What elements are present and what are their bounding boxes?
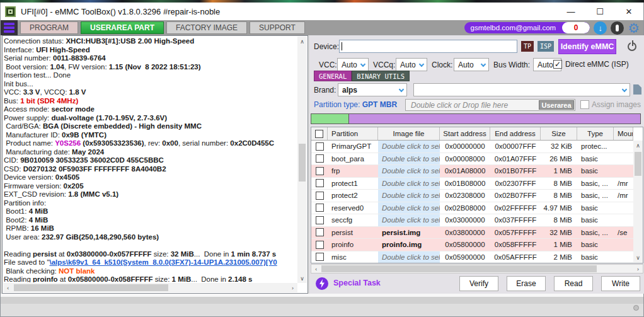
log-horizontal-scrollbar[interactable]: ‹ › [3,283,297,292]
isp-button[interactable]: ISP [538,41,554,52]
table-row-protect2[interactable]: protect2Double click to sel...0x02308000… [311,190,633,202]
scroll-right-icon[interactable]: › [288,283,297,292]
userarea-button[interactable]: Userarea [539,100,574,110]
menu-hamburger-icon[interactable] [1,20,18,35]
column-end-address[interactable]: End address [490,127,541,140]
maximize-button[interactable]: ☐ [585,3,614,20]
file-document-icon[interactable] [633,84,641,95]
table-row-reserved0[interactable]: reserved0Double click to sel...0x02B0800… [311,202,633,215]
cell-end-address: 0x05AFFFFF [490,251,541,263]
table-row-frp[interactable]: frpDouble click to sel...0x01A080000x01B… [311,165,633,178]
scroll-left-icon[interactable]: ‹ [3,283,13,292]
vccq-select[interactable]: Auto [396,58,427,71]
vcc-select[interactable]: Auto [337,58,369,71]
resize-grip[interactable] [633,305,639,311]
brand-select[interactable]: alps [338,83,407,96]
clock-select[interactable]: Auto [454,58,489,71]
log-text: 0x4505 [55,173,79,181]
assign-images-checkbox[interactable]: Assign images [580,100,641,109]
tab-general[interactable]: GENERAL [314,71,352,81]
tab-support[interactable]: SUPPORT [250,21,305,34]
cell-image-file[interactable]: Double click to sel... [378,190,440,202]
row-checkbox[interactable] [316,241,324,249]
row-checkbox[interactable] [316,192,324,200]
select-all-checkbox[interactable] [315,130,323,138]
image-path-select[interactable] [413,83,630,96]
minimize-button[interactable]: — [556,3,585,20]
cell-mount-point: /mr [614,190,633,202]
column-partition[interactable]: Partition [328,127,378,140]
column-type[interactable]: Type [577,127,614,140]
checkbox-checked-icon: ✓ [553,60,562,69]
table-row-protect1[interactable]: protect1Double click to sel...0x01B08000… [311,178,633,190]
tab-program[interactable]: PROGRAM [20,21,78,34]
column-mount-point[interactable]: Mount p [614,127,633,140]
column-start-address[interactable]: Start address [440,127,490,140]
scrollbar-thumb[interactable] [299,144,306,182]
account-email-pill[interactable]: gsmtelbd.com@gmail.com 0 [464,22,590,33]
cell-image-file[interactable]: Double click to sel... [378,202,440,214]
scroll-left-icon[interactable]: ‹ [311,264,321,274]
cell-image-file[interactable]: persist.img [378,227,440,239]
cell-size: 32 MiB [541,227,577,239]
tab-binary-utils[interactable]: BINARY UTILS [352,71,410,81]
cell-image-file[interactable]: Double click to sel... [378,178,440,190]
cell-image-file[interactable]: Double click to sel... [378,141,440,153]
settings-gear-icon[interactable]: ⚙ [628,21,640,35]
download-icon[interactable]: ↓ [594,21,607,35]
write-button[interactable]: Write [601,276,640,291]
verify-button[interactable]: Verify [459,276,498,291]
scroll-up-icon[interactable]: ∧ [633,141,643,150]
cell-image-file[interactable]: Double click to sel... [378,251,440,263]
tp-button[interactable]: TP [521,41,534,52]
tab-userarea-part[interactable]: USERAREA PART [81,21,164,34]
direct-emmc-checkbox[interactable]: ✓ Direct eMMC (ISP) [553,60,629,69]
scroll-right-icon[interactable]: › [633,264,643,274]
row-checkbox[interactable] [316,216,324,224]
cell-image-file[interactable]: Double click to sel... [378,214,440,226]
log-text: 4 MiB [29,216,49,224]
table-row-persist[interactable]: persistpersist.img0x038000000x057FFFFF32… [311,227,633,239]
row-checkbox[interactable] [316,142,324,151]
row-checkbox[interactable] [316,228,324,236]
cell-image-file[interactable]: Double click to sel... [378,153,440,165]
table-row-seccfg[interactable]: seccfgDouble click to sel...0x030000000x… [311,214,633,227]
row-checkbox[interactable] [316,204,324,212]
erase-button[interactable]: Erase [507,276,546,291]
chevron-down-icon [399,87,404,92]
table-horizontal-scrollbar[interactable]: ‹ › [311,264,643,274]
table-vertical-scrollbar[interactable]: ∧ ∨ [633,141,643,262]
scrollbar-thumb[interactable] [321,265,597,272]
table-row-proinfo[interactable]: proinfoproinfo.img0x058000000x058FFFFF1 … [311,239,633,251]
special-task-icon[interactable] [316,277,328,290]
scrollbar-thumb[interactable] [14,284,168,291]
scroll-down-icon[interactable]: ∨ [297,274,307,283]
identify-emmc-button[interactable]: Identify eMMC [558,39,616,54]
column-image-file[interactable]: Image file [378,127,440,140]
log-line: Reading persist at 0x03800000-0x057FFFFF… [4,250,297,259]
scroll-down-icon[interactable]: ∨ [633,253,643,262]
table-row-PrimaryGPT[interactable]: PrimaryGPTDouble click to sel...0x000000… [311,141,633,153]
row-checkbox[interactable] [316,253,324,261]
theme-contrast-icon[interactable] [611,21,624,35]
close-button[interactable]: ✕ [614,3,643,20]
row-checkbox-cell [311,178,328,190]
log-text: ... Done in [194,250,231,258]
tab-factory-image[interactable]: FACTORY IMAGE [166,21,247,34]
read-button[interactable]: Read [554,276,593,291]
log-vertical-scrollbar[interactable]: ∧ ∨ [297,37,307,283]
saved-file-link[interactable]: \alps\k69v1_64_k510(System_8.0.0(3FX7)-1… [49,258,277,266]
table-row-misc[interactable]: miscDouble click to sel...0x059000000x05… [311,251,633,263]
row-checkbox[interactable] [316,179,324,187]
row-checkbox[interactable] [316,167,324,175]
table-row-boot_para[interactable]: boot_paraDouble click to sel...0x0000800… [311,153,633,166]
column-size[interactable]: Size [541,127,577,140]
device-input[interactable] [339,40,517,53]
cell-image-file[interactable]: Double click to sel... [378,165,440,177]
special-task-label[interactable]: Special Task [333,279,381,287]
cell-image-file[interactable]: proinfo.img [378,239,440,251]
row-checkbox[interactable] [316,154,324,163]
scroll-up-icon[interactable]: ∧ [297,37,307,46]
scrollbar-thumb[interactable] [635,152,641,176]
power-icon[interactable] [626,40,639,53]
